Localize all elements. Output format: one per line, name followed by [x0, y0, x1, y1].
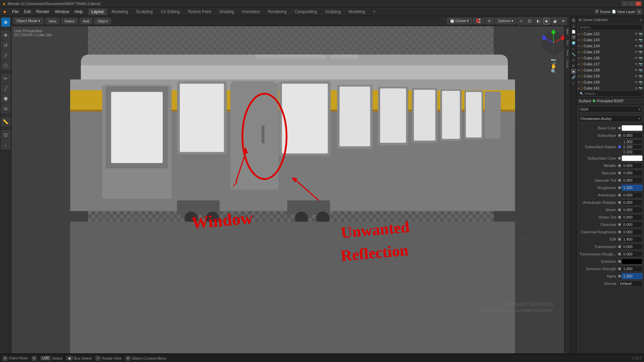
modifier-props-button[interactable]: 🔧	[571, 52, 576, 57]
menu-render[interactable]: Render	[34, 9, 52, 15]
distribution-dropdown[interactable]: GGX ▾	[579, 106, 642, 113]
proportional-edit-button[interactable]: ⊙	[485, 18, 494, 24]
ws-tab-sculpting[interactable]: Sculpting	[133, 8, 156, 15]
subsurface-color-swatch[interactable]	[622, 155, 643, 161]
ol-item-cube139[interactable]: ▸ □ Cube.139 👁 📷	[577, 73, 644, 79]
create-tab[interactable]: Create	[565, 59, 570, 69]
filter-icon[interactable]: ⊿	[639, 18, 642, 22]
subsurface-value[interactable]: 0.000	[622, 132, 643, 138]
object-props-button[interactable]: ▿	[571, 46, 576, 51]
data-props-button[interactable]: ▷	[571, 80, 576, 85]
specular-tint-value[interactable]: 0.000	[622, 177, 643, 183]
transmission-value[interactable]: 0.000	[622, 244, 643, 250]
emission-swatch[interactable]	[622, 258, 643, 264]
maximize-button[interactable]: □	[629, 1, 635, 6]
specular-tint-dot[interactable]	[618, 179, 621, 182]
object-mode-dropdown[interactable]: Object Mode ▾	[13, 18, 43, 24]
world-props-button[interactable]: 🌍	[571, 40, 576, 46]
subsurface-radius-value-1[interactable]: 1.000	[622, 139, 643, 144]
select-status[interactable]: LMB Select	[41, 356, 62, 360]
blender-menu-button[interactable]: ●	[0, 8, 9, 15]
add-menu[interactable]: Add	[80, 18, 93, 24]
subsurface-method-dropdown[interactable]: Christensen-Burley ▾	[579, 115, 642, 122]
scene-collection-button[interactable]: Scene Collection	[583, 18, 608, 22]
viewport[interactable]: Window Unwanted Reflection User Perspect…	[11, 26, 570, 353]
ws-tab-modeling[interactable]: Modeling	[108, 8, 131, 15]
zoom-gizmo-button[interactable]: 🔍	[540, 69, 567, 74]
eye-icon[interactable]: 👁	[635, 62, 638, 66]
context-menu-status[interactable]: ◉ Object Context Menu	[126, 356, 166, 361]
ol-item-cube141[interactable]: ▸ □ Cube.141 👁 📷	[577, 85, 644, 90]
scale-tool-button[interactable]: ⤢	[1, 51, 10, 60]
ws-tab-modeling2[interactable]: Modeling	[345, 8, 369, 15]
ol-item-cube135[interactable]: ▸ □ Cube.135 👁 📷	[577, 49, 644, 55]
ol-item-cube137[interactable]: ▸ □ Cube.137 👁 📷	[577, 61, 644, 67]
rendered-shading-button[interactable]: ☀	[559, 17, 567, 25]
metallic-dot[interactable]	[618, 164, 621, 167]
minimize-button[interactable]: —	[622, 1, 628, 6]
solid-shading-button[interactable]: ●	[543, 17, 550, 25]
hand-gizmo-button[interactable]: ✋	[540, 63, 567, 69]
drop-button[interactable]: ↓	[1, 140, 10, 149]
render-vis-icon[interactable]: 📷	[639, 32, 643, 36]
render-vis-icon[interactable]: 📷	[639, 62, 643, 66]
particle-props-button[interactable]: ✳	[571, 57, 576, 63]
constraint-props-button[interactable]: 🔗	[571, 74, 576, 80]
subsurface-radius-value-3[interactable]: 0.100	[622, 149, 643, 154]
eye-icon[interactable]: 👁	[635, 56, 638, 60]
properties-search-input[interactable]	[578, 90, 643, 97]
base-color-swatch[interactable]	[622, 125, 643, 131]
emission-strength-value[interactable]: 1.000	[622, 266, 643, 272]
ws-tab-compositing[interactable]: Compositing	[291, 8, 320, 15]
ws-tab-rendering[interactable]: Rendering	[265, 8, 290, 15]
ol-item-cube136[interactable]: ▸ □ Cube.136 👁 📷	[577, 55, 644, 61]
material-shading-button[interactable]: ◕	[551, 17, 558, 25]
output-props-button[interactable]: 🖨	[571, 23, 576, 28]
sheen-dot[interactable]	[618, 208, 621, 211]
anisotropic-rotation-value[interactable]: 0.000	[622, 199, 643, 205]
alpha-dot[interactable]	[618, 275, 621, 278]
menu-edit[interactable]: Edit	[21, 9, 34, 15]
menu-window[interactable]: Window	[52, 9, 72, 15]
transmission-dot[interactable]	[618, 245, 621, 248]
render-vis-icon[interactable]: 📷	[639, 56, 643, 60]
ws-tab-uv-editing[interactable]: UV Editing	[157, 8, 183, 15]
menu-file[interactable]: File	[9, 9, 21, 15]
normal-value[interactable]: Default	[618, 281, 643, 287]
clearcoat-roughness-value[interactable]: 0.000	[622, 229, 643, 235]
cursor-tool-button[interactable]: ⊕	[1, 17, 10, 27]
clearcoat-dot[interactable]	[618, 223, 621, 226]
add-cube-button[interactable]: ⊡	[1, 130, 10, 139]
clearcoat-roughness-dot[interactable]	[618, 231, 621, 233]
ol-item-cube138[interactable]: ▸ □ Cube.138 👁 📷	[577, 67, 644, 73]
eye-icon[interactable]: 👁	[635, 32, 638, 36]
view-tab[interactable]: View	[565, 48, 570, 58]
ws-tab-texture-paint[interactable]: Texture Paint	[184, 8, 215, 15]
rotate-tool-button[interactable]: ↺	[1, 41, 10, 50]
outliner-search-input[interactable]	[578, 24, 643, 30]
anisotropic-dot[interactable]	[618, 194, 621, 196]
subsurface-color-dot[interactable]	[618, 157, 621, 160]
close-button[interactable]: ✕	[635, 1, 641, 6]
subsurface-dot[interactable]	[618, 134, 621, 137]
ol-item-cube132[interactable]: ▸ □ Cube.132 👁 📷	[577, 31, 644, 37]
render-vis-icon[interactable]: 📷	[639, 50, 643, 54]
snap-button[interactable]: 🧲	[473, 18, 484, 24]
annotate-polygon-button[interactable]: ⬟	[1, 94, 10, 103]
view-menu[interactable]: View	[45, 18, 59, 24]
ws-tab-scripting[interactable]: Scripting	[322, 8, 344, 15]
options-button[interactable]: Options ▾	[495, 18, 517, 24]
physics-props-button[interactable]: ⚙	[571, 63, 576, 68]
render-vis-icon[interactable]: 📷	[639, 38, 643, 42]
view-layer-props-button[interactable]: 📄	[571, 29, 576, 34]
alpha-value[interactable]: 1.000	[622, 273, 643, 279]
camera-gizmo-button[interactable]: 📷	[540, 58, 567, 63]
ol-item-cube133[interactable]: ▸ □ Cube.133 👁 📷	[577, 37, 644, 43]
roughness-dot[interactable]	[618, 186, 621, 189]
render-vis-icon[interactable]: 📷	[639, 74, 643, 78]
metallic-value[interactable]: 0.000	[622, 163, 643, 169]
eye-icon[interactable]: 👁	[635, 38, 638, 42]
eye-icon[interactable]: 👁	[635, 50, 638, 54]
item-tab[interactable]: Item	[565, 26, 570, 37]
object-menu[interactable]: Object	[94, 18, 111, 24]
